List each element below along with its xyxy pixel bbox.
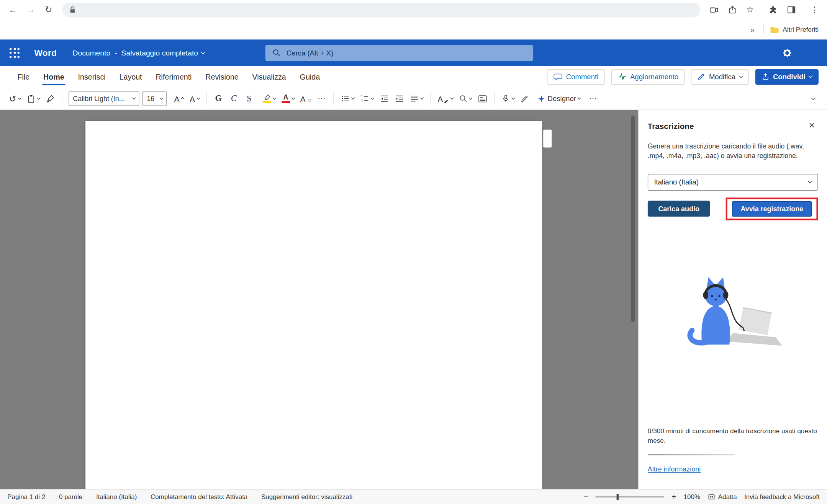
tab-inserisci[interactable]: Inserisci [71,66,113,87]
underline-button[interactable]: S [242,91,257,106]
document-title-group: Documento - Salvataggio completato [73,49,205,57]
ribbon-options-button[interactable] [806,91,821,106]
browser-forward-button[interactable]: → [22,2,39,18]
designer-button[interactable]: Designer [533,91,585,106]
bookmarks-overflow-button[interactable]: » [748,25,757,34]
font-size-select[interactable]: 16 [142,91,167,106]
language-select[interactable]: Italiano (Italia) [648,174,818,191]
decrease-indent-button[interactable] [377,91,391,106]
bullet-list-button[interactable] [338,91,357,106]
more-font-options-button[interactable]: ⋯ [314,91,329,106]
zoom-level[interactable]: 100% [684,493,700,500]
share-icon[interactable] [724,2,740,18]
tab-revisione[interactable]: Revisione [198,66,245,87]
ribbon-action-buttons: Commenti Aggiornamento Modifica Condiv [547,69,822,85]
magnifier-icon [459,94,467,103]
paragraph-alignment-button[interactable] [407,91,426,106]
app-launcher-icon[interactable] [10,48,20,58]
shrink-font-button[interactable]: A [187,91,202,106]
tab-visualizza[interactable]: Visualizza [246,66,293,87]
tab-guida[interactable]: Guida [293,66,327,87]
find-button[interactable] [456,91,475,106]
undo-button[interactable]: ↺ [7,91,24,106]
zoom-slider-thumb[interactable] [617,494,619,500]
text-completion-status[interactable]: Completamento del testo: Attivata [144,493,254,500]
save-status-button[interactable]: Salvataggio completato [121,49,205,57]
video-camera-icon[interactable] [706,2,722,18]
comment-card-stub[interactable] [543,130,552,148]
zoom-in-button[interactable]: + [671,492,676,501]
page-count[interactable]: Pagina 1 di 2 [7,493,52,500]
url-input[interactable] [81,6,694,14]
zoom-out-button[interactable]: − [584,492,588,501]
bookmarks-bar: » Altri Preferiti [0,20,827,39]
clipboard-icon [27,94,35,103]
fit-page-button[interactable]: Adatta [707,493,737,500]
upload-audio-button[interactable]: Carica audio [648,201,710,217]
browser-action-icons: ☆ ⋮ [706,2,823,18]
address-bar[interactable] [62,2,700,17]
chevron-down-icon [739,73,743,78]
styles-button[interactable]: A [435,91,456,106]
browser-back-button[interactable]: ← [4,2,21,18]
start-recording-button[interactable]: Avvia registrazione [732,201,812,217]
app-name[interactable]: Word [34,48,57,58]
bookmark-star-icon[interactable]: ☆ [742,2,758,18]
star-glyph: ☆ [746,4,754,15]
comments-button[interactable]: Commenti [547,69,605,85]
menu-dots-glyph: ⋮ [810,5,819,15]
language-status[interactable]: Italiano (Italia) [89,493,144,500]
feedback-link[interactable]: Invia feedback a Microsoft [744,493,820,500]
dictate-button[interactable] [499,91,517,106]
catch-up-button[interactable]: Aggiornamento [611,69,685,85]
more-info-link[interactable]: Altre informazioni [648,465,701,473]
highlighter-icon [263,94,271,103]
browser-reload-button[interactable]: ↻ [40,2,57,18]
search-box[interactable] [265,44,533,61]
zoom-slider[interactable] [596,496,664,497]
more-commands-button[interactable]: ⋯ [586,91,601,106]
bold-button[interactable]: G [211,91,226,106]
font-name-select[interactable]: Calibri Light (In... [69,91,139,106]
chevron-down-icon [273,96,276,99]
clear-formatting-button[interactable]: A ◇ [298,91,314,106]
paste-button[interactable] [24,91,43,106]
search-input[interactable] [287,49,526,57]
format-painter-button[interactable] [43,91,58,106]
chevron-down-icon [421,96,424,99]
cat-illustration [678,271,788,352]
tab-home[interactable]: Home [36,66,71,87]
tab-file[interactable]: File [11,66,37,87]
grow-font-button[interactable]: A [172,91,187,106]
browser-window: ← → ↻ ☆ [0,0,827,504]
bookmarks-folder-button[interactable]: Altri Preferiti [770,26,819,34]
chevron-down-icon [808,73,813,78]
editor-button[interactable] [517,91,532,106]
tab-layout[interactable]: Layout [113,66,149,87]
tab-riferimenti[interactable]: Riferimenti [149,66,199,87]
word-count[interactable]: 0 parole [52,493,89,500]
share-button[interactable]: Condividi [755,69,819,85]
panel-spacer [648,352,818,427]
edit-mode-button[interactable]: Modifica [691,69,748,85]
numbered-list-icon: 12 [360,94,369,103]
toolbar-divider [206,92,207,105]
vertical-scrollbar[interactable] [631,116,635,322]
settings-gear-icon[interactable] [782,48,792,58]
increase-indent-button[interactable] [392,91,407,106]
font-color-button[interactable]: A [279,91,297,106]
undo-icon: ↺ [9,93,16,104]
search-icon [272,49,280,57]
side-panel-icon[interactable] [783,2,799,18]
document-name[interactable]: Documento [73,49,111,57]
title-separator: - [115,49,117,57]
immersive-reader-button[interactable] [475,91,490,106]
numbered-list-button[interactable]: 12 [357,91,376,106]
italic-button[interactable]: C [226,91,241,106]
browser-menu-icon[interactable]: ⋮ [806,2,823,18]
text-highlight-button[interactable] [260,91,278,106]
document-page[interactable] [85,121,542,489]
editor-suggestions-status[interactable]: Suggerimenti editor: visualizzati [254,493,359,500]
close-icon[interactable]: × [805,119,819,132]
extensions-puzzle-icon[interactable] [765,2,782,18]
